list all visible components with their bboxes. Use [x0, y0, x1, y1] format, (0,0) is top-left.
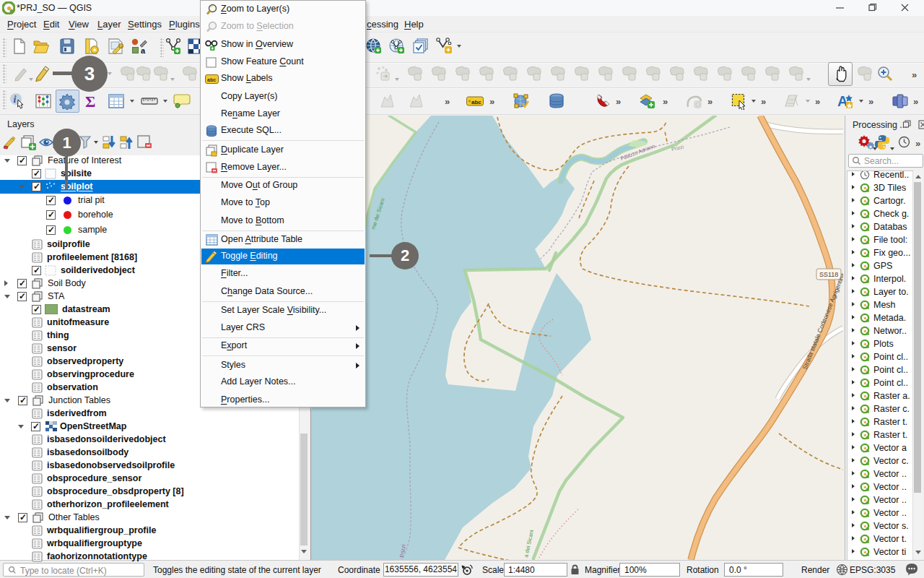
svg-text:abc: abc — [471, 99, 481, 105]
svg-text:SS118: SS118 — [819, 271, 838, 278]
svg-text:a: a — [141, 46, 146, 55]
svg-text:i: i — [14, 94, 17, 105]
svg-text:abc: abc — [207, 77, 216, 82]
